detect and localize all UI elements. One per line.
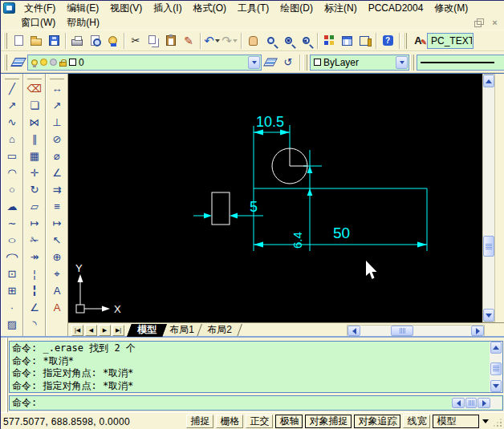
- color-combo-dropdown-button[interactable]: [396, 56, 408, 69]
- command-hscroll-thumb[interactable]: [465, 398, 477, 408]
- scroll-up-button[interactable]: [483, 75, 494, 87]
- app-icon[interactable]: [3, 2, 15, 14]
- menu-window[interactable]: 窗口(W): [15, 16, 61, 29]
- mirror-button[interactable]: ⋈: [25, 114, 45, 131]
- drawing-canvas[interactable]: 10.5 5 50 6.4: [68, 74, 482, 322]
- toolbar-grip[interactable]: [303, 55, 307, 71]
- menu-view[interactable]: 视图(V): [104, 2, 148, 14]
- new-button[interactable]: [10, 32, 27, 50]
- layer-previous-button[interactable]: ↺: [279, 54, 297, 71]
- center-mark-button[interactable]: ⌖: [47, 265, 67, 282]
- canvas-horizontal-scrollbar[interactable]: [347, 325, 485, 337]
- status-toggle-对象捕捉[interactable]: 对象捕捉: [305, 415, 352, 428]
- ordinate-dimension-button[interactable]: ⊥: [47, 114, 67, 131]
- spline-button[interactable]: ∼: [2, 215, 22, 232]
- layer-freeze-sun-icon[interactable]: [40, 59, 47, 66]
- menu-edit[interactable]: 编辑(E): [61, 2, 104, 14]
- tab-nav-prev-button[interactable]: ◀: [85, 325, 97, 336]
- offset-button[interactable]: ∥: [25, 131, 45, 148]
- tool-palettes-button[interactable]: [356, 32, 373, 50]
- line-button[interactable]: ╱: [2, 80, 22, 97]
- dimension-text-edit-button[interactable]: A: [47, 299, 67, 316]
- rotate-button[interactable]: ↻: [25, 181, 45, 198]
- command-history-scrollbar[interactable]: [490, 342, 502, 392]
- menu-pccad2004[interactable]: PCCAD2004: [363, 2, 429, 14]
- dimension-edit-button[interactable]: A: [47, 282, 67, 299]
- revision-cloud-button[interactable]: ☁: [2, 198, 22, 215]
- diameter-dimension-button[interactable]: ⌀: [47, 148, 67, 164]
- design-center-button[interactable]: [338, 32, 356, 50]
- array-button[interactable]: ▦: [25, 148, 45, 164]
- polyline-button[interactable]: ∿: [2, 114, 22, 131]
- toolbar-grip[interactable]: [403, 33, 407, 49]
- break-at-point-button[interactable]: ¦: [25, 265, 45, 282]
- erase-button[interactable]: ⌫: [25, 80, 45, 97]
- scroll-right-button[interactable]: [478, 398, 490, 408]
- make-block-button[interactable]: ⊞: [2, 282, 22, 299]
- menu-format[interactable]: 格式(O): [188, 2, 232, 14]
- command-scroll-thumb[interactable]: [490, 362, 502, 375]
- aligned-dimension-button[interactable]: ↗: [47, 97, 67, 114]
- layer-combo[interactable]: 0: [27, 55, 262, 71]
- scroll-down-button[interactable]: [483, 309, 494, 322]
- print-button[interactable]: [68, 32, 86, 50]
- menu-modify[interactable]: 修改(M): [429, 2, 474, 14]
- linetype-combo[interactable]: [417, 55, 504, 71]
- scroll-down-button[interactable]: [490, 380, 502, 392]
- arc-button[interactable]: ◠: [2, 164, 22, 181]
- menu-tools[interactable]: 工具(T): [232, 2, 274, 14]
- toolbar-grip[interactable]: [3, 55, 7, 71]
- scroll-up-button[interactable]: [490, 342, 502, 354]
- status-toggle-极轴[interactable]: 极轴: [275, 415, 303, 428]
- palette-grip[interactable]: [50, 75, 64, 79]
- point-button[interactable]: ∙: [2, 299, 22, 316]
- construction-line-button[interactable]: ↗: [2, 97, 22, 114]
- help-button[interactable]: ?: [379, 32, 396, 50]
- rectangle-button[interactable]: ▭: [2, 148, 22, 164]
- scroll-left-button[interactable]: [452, 398, 465, 408]
- toolbar-grip[interactable]: [3, 33, 7, 49]
- tab-nav-first-button[interactable]: |◀: [71, 325, 83, 336]
- command-window-grip[interactable]: [1, 338, 8, 412]
- continue-dimension-button[interactable]: ↦: [47, 215, 67, 232]
- status-toggle-正交[interactable]: 正交: [246, 415, 273, 428]
- menu-dimension[interactable]: 标注(N): [319, 2, 363, 14]
- chamfer-button[interactable]: ∠: [25, 299, 45, 316]
- tab-nav-next-button[interactable]: ▶: [99, 325, 111, 336]
- window-resize-grip[interactable]: [492, 417, 502, 427]
- tab-nav-last-button[interactable]: ▶|: [112, 325, 124, 336]
- stretch-button[interactable]: ↦: [25, 215, 45, 232]
- ellipse-arc-button[interactable]: ◠: [2, 249, 22, 265]
- move-button[interactable]: ✛: [25, 164, 45, 181]
- match-properties-button[interactable]: ✎: [180, 32, 197, 50]
- extend-button[interactable]: ↠: [25, 249, 45, 265]
- circle-button[interactable]: ○: [2, 181, 22, 198]
- layers-button[interactable]: [10, 54, 27, 71]
- scroll-left-button[interactable]: [348, 326, 360, 336]
- properties-button[interactable]: [320, 32, 338, 50]
- color-combo[interactable]: ByLayer: [310, 55, 409, 71]
- layer-lock-icon[interactable]: [59, 62, 67, 67]
- scroll-right-button[interactable]: [471, 326, 484, 336]
- close-button[interactable]: ×: [490, 18, 500, 27]
- publish-button[interactable]: [104, 32, 121, 50]
- zoom-previous-button[interactable]: [297, 32, 315, 50]
- toolbar-grip[interactable]: [410, 55, 414, 71]
- baseline-dimension-button[interactable]: ≡: [47, 198, 67, 215]
- palette-grip[interactable]: [5, 75, 19, 79]
- break-button[interactable]: ╏: [25, 282, 45, 299]
- print-preview-button[interactable]: [86, 32, 104, 50]
- ellipse-button[interactable]: ○: [2, 232, 22, 249]
- status-toggle-捕捉[interactable]: 捕捉: [186, 415, 213, 428]
- save-button[interactable]: [45, 32, 63, 50]
- vertical-scroll-thumb[interactable]: [483, 236, 494, 257]
- angular-dimension-button[interactable]: ∠: [47, 164, 67, 181]
- polygon-button[interactable]: ⌂: [2, 131, 22, 148]
- menu-help[interactable]: 帮助(H): [61, 16, 105, 29]
- minimize-button[interactable]: [457, 18, 468, 27]
- text-style-button[interactable]: A: [409, 32, 427, 50]
- fillet-button[interactable]: ◝: [25, 316, 45, 333]
- zoom-realtime-button[interactable]: [262, 32, 279, 50]
- linear-dimension-button[interactable]: ↔: [47, 80, 67, 97]
- undo-dropdown-caret-icon[interactable]: [215, 39, 220, 42]
